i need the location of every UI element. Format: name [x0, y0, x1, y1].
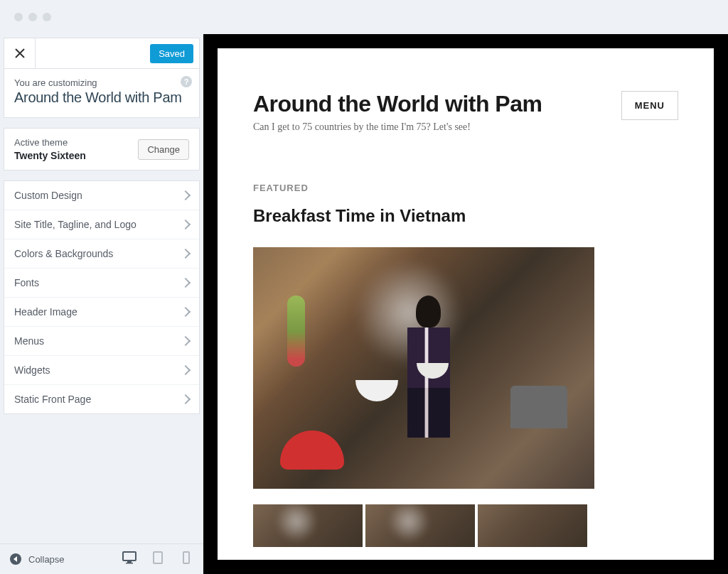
menu-item-label: Site Title, Tagline, and Logo	[14, 219, 136, 230]
preview-menu-button[interactable]: MENU	[621, 91, 678, 120]
collapse-button[interactable]: Collapse	[10, 553, 65, 565]
chevron-right-icon	[181, 365, 191, 375]
svg-rect-0	[123, 552, 136, 561]
thumbnail-row	[253, 504, 678, 547]
collapse-icon	[10, 553, 21, 565]
menu-item-custom-design[interactable]: Custom Design	[4, 181, 199, 210]
featured-image[interactable]	[253, 247, 594, 489]
svg-rect-1	[127, 561, 132, 563]
thumbnail[interactable]	[253, 504, 363, 547]
active-theme-label: Active theme	[14, 137, 86, 148]
menu-item-label: Widgets	[14, 364, 50, 376]
menu-item-static-front-page[interactable]: Static Front Page	[4, 385, 199, 413]
thumbnail[interactable]	[478, 504, 587, 547]
menu-item-site-title[interactable]: Site Title, Tagline, and Logo	[4, 210, 199, 239]
window-title-bar	[0, 0, 728, 34]
chevron-right-icon	[181, 220, 191, 229]
post-title[interactable]: Breakfast Time in Vietnam	[253, 206, 678, 226]
change-theme-button[interactable]: Change	[138, 139, 189, 160]
preview-site-tagline: Can I get to 75 countries by the time I'…	[253, 121, 542, 133]
window-dot	[14, 13, 23, 21]
saved-button[interactable]: Saved	[150, 44, 193, 63]
chevron-right-icon	[181, 336, 191, 346]
tablet-icon[interactable]	[151, 551, 165, 567]
close-icon	[15, 48, 25, 58]
menu-item-label: Header Image	[14, 306, 77, 318]
window-dot	[43, 13, 51, 21]
site-branding: Around the World with Pam Can I get to 7…	[253, 91, 542, 133]
svg-rect-2	[126, 563, 133, 564]
chevron-right-icon	[181, 249, 191, 259]
menu-item-fonts[interactable]: Fonts	[4, 269, 199, 298]
active-theme-block: Active theme Twenty Sixteen Change	[4, 128, 200, 170]
chevron-right-icon	[181, 394, 191, 404]
menu-item-header-image[interactable]: Header Image	[4, 298, 199, 327]
menu-item-label: Fonts	[14, 277, 39, 288]
menu-item-label: Colors & Backgrounds	[14, 248, 113, 259]
customizer-menu-list: Custom Design Site Title, Tagline, and L…	[4, 180, 200, 414]
menu-item-label: Menus	[14, 335, 44, 347]
desktop-icon[interactable]	[122, 551, 136, 567]
customizing-label: You are customizing	[14, 77, 189, 88]
device-icons	[122, 551, 193, 567]
main-content: Saved ? You are customizing Around the W…	[0, 34, 728, 574]
featured-label: FEATURED	[253, 183, 678, 193]
help-icon[interactable]: ?	[181, 76, 192, 87]
chevron-right-icon	[181, 190, 191, 200]
window-dot	[28, 13, 37, 21]
menu-item-widgets[interactable]: Widgets	[4, 356, 199, 385]
menu-item-label: Static Front Page	[14, 394, 91, 405]
site-header: Around the World with Pam Can I get to 7…	[253, 91, 678, 133]
chevron-right-icon	[181, 307, 191, 317]
customizing-site-name: Around the World with Pam	[14, 90, 189, 106]
customizing-block: ? You are customizing Around the World w…	[4, 69, 200, 118]
mobile-icon[interactable]	[179, 551, 193, 567]
chevron-right-icon	[181, 278, 191, 288]
preview-site-title[interactable]: Around the World with Pam	[253, 91, 542, 117]
menu-item-menus[interactable]: Menus	[4, 327, 199, 356]
browser-window: Saved ? You are customizing Around the W…	[0, 0, 728, 574]
preview-pane: Around the World with Pam Can I get to 7…	[203, 34, 728, 574]
preview-content: Around the World with Pam Can I get to 7…	[218, 48, 714, 560]
menu-item-colors[interactable]: Colors & Backgrounds	[4, 239, 199, 269]
close-button[interactable]	[4, 38, 36, 69]
collapse-label: Collapse	[28, 554, 65, 565]
theme-name: Twenty Sixteen	[14, 150, 86, 161]
collapse-bar: Collapse	[0, 543, 203, 574]
customizer-sidebar: Saved ? You are customizing Around the W…	[0, 34, 203, 574]
theme-text: Active theme Twenty Sixteen	[14, 137, 86, 161]
sidebar-top-bar: Saved	[4, 38, 200, 69]
thumbnail[interactable]	[365, 504, 475, 547]
svg-rect-3	[154, 552, 162, 563]
svg-rect-4	[183, 552, 189, 563]
menu-item-label: Custom Design	[14, 190, 82, 201]
